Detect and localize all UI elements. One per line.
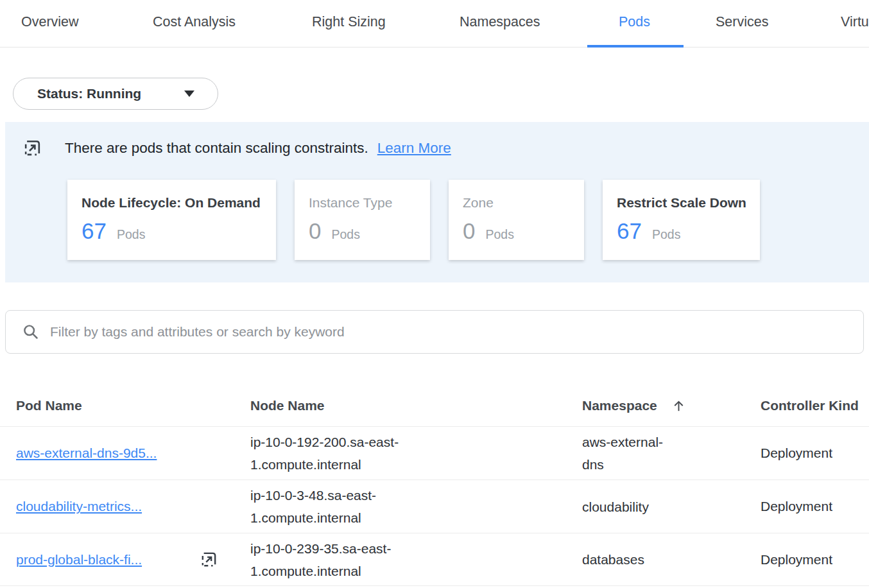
node-name-cell: ip-10-0-3-48.sa-east-1.compute.internal	[250, 484, 424, 529]
tab-right-sizing[interactable]: Right Sizing	[312, 0, 386, 44]
scale-out-icon	[22, 138, 42, 158]
tab-pods[interactable]: Pods	[619, 0, 650, 44]
column-header-namespace-label: Namespace	[582, 398, 657, 413]
column-header-pod-name[interactable]: Pod Name	[16, 398, 250, 413]
table-row: aws-external-dns-9d5... ip-10-0-192-200.…	[0, 426, 869, 480]
card-title: Node Lifecycle: On Demand	[82, 195, 262, 211]
tab-bar: Overview Cost Analysis Right Sizing Name…	[0, 0, 869, 48]
card-restrict-scale-down[interactable]: Restrict Scale Down 67 Pods	[603, 180, 760, 260]
card-unit: Pods	[117, 227, 145, 242]
card-value: 67	[82, 218, 107, 244]
card-unit: Pods	[652, 227, 680, 242]
scaling-constraints-banner: There are pods that contain scaling cons…	[5, 122, 869, 282]
scale-out-icon	[200, 550, 218, 569]
column-header-controller-kind[interactable]: Controller Kind	[761, 398, 869, 413]
tab-cost-analysis[interactable]: Cost Analysis	[153, 0, 236, 44]
search-icon	[22, 324, 40, 341]
card-title: Instance Type	[309, 195, 416, 211]
status-filter-label: Status: Running	[37, 86, 141, 101]
card-title: Zone	[463, 195, 570, 211]
node-name-cell: ip-10-0-239-35.sa-east-1.compute.interna…	[250, 537, 424, 582]
namespace-cell: aws-external-dns	[582, 431, 675, 476]
table-header-row: Pod Name Node Name Namespace Controller …	[0, 385, 869, 426]
controller-kind-cell: Deployment	[761, 499, 869, 514]
card-value: 0	[463, 218, 475, 244]
tab-namespaces[interactable]: Namespaces	[460, 0, 540, 44]
caret-down-icon	[184, 91, 194, 97]
card-instance-type[interactable]: Instance Type 0 Pods	[295, 180, 430, 260]
table-row: cloudability-metrics... ip-10-0-3-48.sa-…	[0, 480, 869, 533]
card-zone[interactable]: Zone 0 Pods	[449, 180, 584, 260]
controller-kind-cell: Deployment	[761, 552, 869, 567]
banner-message: There are pods that contain scaling cons…	[65, 140, 368, 157]
card-value: 0	[309, 218, 321, 244]
namespace-cell: cloudability	[582, 496, 675, 518]
pod-name-link[interactable]: aws-external-dns-9d5...	[16, 445, 157, 461]
status-filter-dropdown[interactable]: Status: Running	[13, 78, 218, 110]
card-value: 67	[617, 218, 642, 244]
card-unit: Pods	[331, 227, 359, 242]
card-unit: Pods	[485, 227, 513, 242]
card-node-lifecycle[interactable]: Node Lifecycle: On Demand 67 Pods	[67, 180, 276, 260]
filter-search-bar	[5, 310, 864, 354]
column-header-node-name[interactable]: Node Name	[250, 398, 582, 413]
search-input[interactable]	[50, 324, 850, 340]
pod-name-link[interactable]: prod-global-black-fi...	[16, 552, 142, 567]
pod-name-link[interactable]: cloudability-metrics...	[16, 499, 142, 514]
arrow-up-icon	[671, 399, 686, 413]
node-name-cell: ip-10-0-192-200.sa-east-1.compute.intern…	[250, 431, 424, 476]
namespace-cell: databases	[582, 548, 675, 571]
tab-overview[interactable]: Overview	[21, 0, 79, 44]
tab-services[interactable]: Services	[716, 0, 768, 44]
card-title: Restrict Scale Down	[617, 195, 746, 211]
controller-kind-cell: Deployment	[761, 445, 869, 461]
constraint-cards: Node Lifecycle: On Demand 67 Pods Instan…	[67, 180, 760, 260]
active-tab-indicator	[587, 45, 684, 48]
learn-more-link[interactable]: Learn More	[377, 140, 451, 157]
tab-virtual[interactable]: Virtu	[841, 0, 869, 44]
table-row: prod-global-black-fi... ip-10-0-239-35.s…	[0, 533, 869, 586]
column-header-namespace[interactable]: Namespace	[582, 398, 761, 413]
pods-table: Pod Name Node Name Namespace Controller …	[0, 385, 869, 586]
